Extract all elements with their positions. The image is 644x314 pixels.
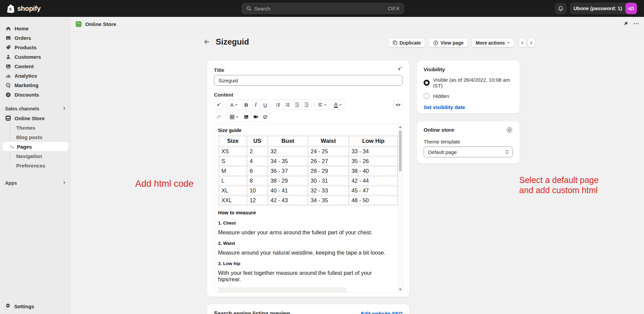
annotation-arrows	[71, 32, 172, 83]
title-input[interactable]	[214, 75, 403, 86]
subheader-title: Online Store	[85, 21, 116, 27]
table-cell: 28 - 29	[308, 166, 349, 176]
duplicate-button[interactable]: Duplicate	[388, 38, 425, 48]
more-options-icon[interactable]	[633, 21, 639, 27]
account-menu-button[interactable]: Ubone (password: 1) u(1	[570, 3, 637, 14]
sidebar-section-apps[interactable]: Apps	[3, 178, 68, 188]
insert-video-button[interactable]	[251, 112, 260, 122]
scroll-down-arrow[interactable]	[399, 289, 402, 291]
sidebar-item-label: Discounts	[15, 92, 39, 98]
text-style-glyph: A	[230, 102, 234, 108]
theme-template-select[interactable]: Default page	[424, 147, 513, 157]
editor-scrollbar[interactable]	[398, 124, 402, 292]
step-text: Measure around your natural waistline, k…	[218, 250, 393, 256]
back-arrow-icon	[204, 38, 210, 45]
indent-button[interactable]	[302, 100, 311, 109]
view-page-button[interactable]: View page	[429, 38, 468, 48]
table-cell: 36 - 37	[268, 166, 308, 176]
text-color-button[interactable]: A	[330, 100, 345, 109]
notifications-button[interactable]	[555, 3, 567, 14]
table-cell: 33 - 34	[349, 147, 398, 156]
sidebar-item-analytics[interactable]: Analytics	[3, 71, 68, 80]
discount-icon	[5, 91, 11, 98]
search-icon	[246, 6, 252, 11]
code-icon: <>	[396, 102, 400, 107]
sidebar-item-preferences[interactable]: Preferences	[3, 161, 68, 170]
radio-unselected[interactable]	[424, 93, 430, 99]
sidebar-item-discounts[interactable]: Discounts	[3, 90, 68, 99]
back-button[interactable]	[202, 37, 212, 47]
measurement-diagram: Collar Across	[218, 287, 347, 293]
bulleted-list-button[interactable]	[273, 100, 283, 109]
sidebar-item-home[interactable]: Home	[3, 24, 68, 33]
table-cell: 32 - 33	[308, 186, 349, 195]
previous-page-button[interactable]	[519, 38, 526, 48]
sidebar-item-customers[interactable]: Customers	[3, 52, 68, 61]
sidebar-subitem-label: Blog posts	[16, 134, 43, 140]
chevron-down-icon	[324, 103, 327, 106]
table-cell: 12	[247, 196, 267, 205]
search-input[interactable]	[254, 6, 385, 11]
sidebar-item-settings[interactable]: Settings	[3, 301, 68, 311]
insert-table-button[interactable]	[226, 112, 241, 122]
sidebar-section-sales-channels[interactable]: Sales channels	[3, 104, 68, 113]
sidebar-item-blog-posts[interactable]: Blog posts	[3, 132, 68, 142]
global-search[interactable]: Ctrl K	[242, 3, 404, 14]
svg-text:S: S	[9, 7, 11, 11]
sidebar-item-label: Content	[15, 63, 34, 69]
italic-glyph: I	[255, 102, 257, 108]
orders-icon	[5, 35, 11, 41]
table-cell: 34 - 35	[268, 157, 308, 166]
clear-formatting-button[interactable]	[260, 112, 270, 122]
sidebar-item-pages[interactable]: Pages	[3, 142, 68, 151]
table-header: Bust	[268, 136, 308, 146]
sidebar-item-themes[interactable]: Themes	[3, 123, 68, 132]
chevron-right-icon	[62, 180, 66, 186]
outdent-button[interactable]	[292, 100, 302, 109]
button-label: More actions	[476, 40, 505, 46]
sidebar-item-products[interactable]: Products	[3, 43, 68, 52]
table-header: Waist	[308, 136, 349, 146]
bold-button[interactable]: B	[241, 100, 251, 109]
chevron-down-icon	[235, 103, 238, 106]
radio-selected[interactable]	[424, 80, 430, 86]
code-view-button[interactable]: <>	[393, 100, 403, 109]
set-visibility-date-link[interactable]: Set visibility date	[424, 104, 465, 110]
radio-label: Hidden	[433, 93, 449, 99]
ai-sparkle-icon[interactable]	[397, 66, 403, 73]
insert-link-button[interactable]	[214, 112, 223, 122]
scrollbar-thumb[interactable]	[399, 130, 402, 172]
sidebar-item-content[interactable]: Content	[3, 61, 68, 71]
next-page-button[interactable]	[527, 38, 535, 48]
radio-label: Visible (as of 26/4/2022, 10:08 am IST)	[433, 77, 513, 88]
shopify-logo: S shopify	[6, 4, 41, 13]
table-cell: XS	[219, 147, 246, 156]
table-cell: 24 - 25	[308, 147, 349, 156]
sidebar-item-navigation[interactable]: Navigation	[3, 151, 68, 161]
alignment-button[interactable]	[314, 100, 330, 109]
italic-button[interactable]: I	[251, 100, 260, 109]
table-cell: 42 - 43	[268, 196, 308, 205]
table-header: Size	[219, 136, 246, 146]
select-stepper-icon	[505, 150, 509, 154]
edit-website-seo-link[interactable]: Edit website SEO	[361, 311, 403, 314]
sidebar-item-orders[interactable]: Orders	[3, 33, 68, 43]
sidebar-item-label: Customers	[15, 54, 41, 60]
table-cell: 6	[247, 166, 267, 176]
step-label: 3. Low hip	[218, 261, 393, 266]
sidebar-item-online-store[interactable]: Online Store	[3, 113, 68, 123]
numbered-list-button[interactable]	[283, 100, 292, 109]
underline-button[interactable]: U	[260, 100, 270, 109]
eye-icon	[506, 127, 513, 133]
scroll-up-arrow[interactable]	[399, 126, 402, 128]
pin-icon[interactable]	[623, 21, 628, 27]
visibility-card: Visibility Visible (as of 26/4/2022, 10:…	[417, 60, 520, 113]
insert-image-button[interactable]	[241, 112, 251, 122]
bold-glyph: B	[244, 102, 248, 108]
sidebar-item-marketing[interactable]: Marketing	[3, 80, 68, 90]
table-header: US	[247, 136, 267, 146]
richtext-content-area[interactable]: Size guide Size US Bust Waist Low Hip XS…	[214, 124, 403, 293]
more-actions-button[interactable]: More actions	[471, 38, 514, 48]
ai-assist-button[interactable]	[214, 100, 223, 109]
text-style-button[interactable]: A	[226, 100, 241, 109]
